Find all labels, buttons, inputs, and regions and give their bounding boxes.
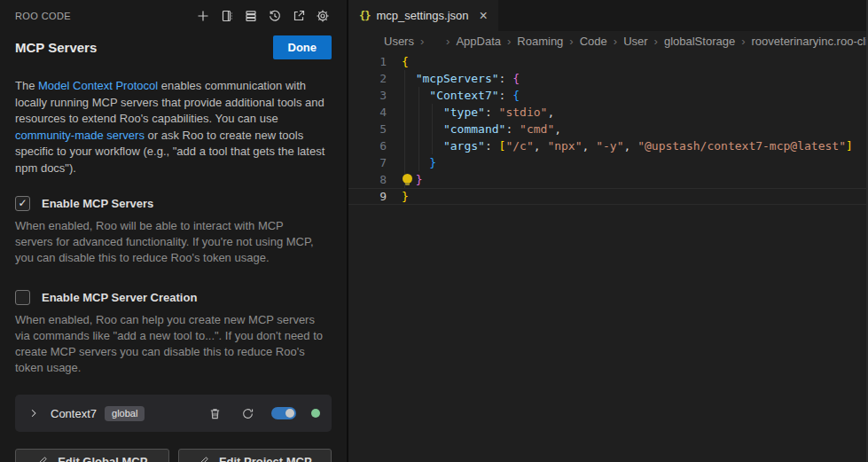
line-content: "args": ["/c", "npx", "-y", "@upstash/co… <box>402 137 853 154</box>
code-line-8[interactable]: 8 } <box>348 171 868 188</box>
line-number: 5 <box>348 121 387 137</box>
line-number: 3 <box>348 87 387 104</box>
line-content: { <box>402 53 409 70</box>
code-line-5[interactable]: 5 "command": "cmd", <box>348 121 868 137</box>
breadcrumb-item[interactable]: Code <box>580 35 607 48</box>
breadcrumb-chevron-icon: › <box>741 35 745 48</box>
line-number: 7 <box>348 154 387 171</box>
extension-title: ROO CODE <box>15 11 71 21</box>
edit-project-mcp-label: Edit Project MCP <box>219 455 312 462</box>
line-number: 4 <box>348 104 387 121</box>
footer-actions: Edit Global MCP Edit Project MCP <box>15 449 332 462</box>
pencil-icon <box>36 456 48 462</box>
chevron-right-icon <box>28 408 39 419</box>
done-button[interactable]: Done <box>273 35 332 59</box>
server-row-context7: Context7 global <box>15 395 332 432</box>
enable-mcp-servers-row[interactable]: ✓ Enable MCP Servers <box>15 196 332 211</box>
new-task-button[interactable] <box>194 7 212 25</box>
code-editor[interactable]: 1{2 "mcpServers": {3 "Context7": {4 "typ… <box>348 51 868 462</box>
toggle-knob <box>285 409 294 418</box>
page-header: MCP Servers Done <box>15 35 332 59</box>
edit-project-mcp-button[interactable]: Edit Project MCP <box>178 449 332 462</box>
line-number: 8 <box>348 171 387 188</box>
restart-server-button[interactable] <box>239 404 256 422</box>
line-content: "mcpServers": { <box>402 70 520 87</box>
line-content: "Context7": { <box>402 87 520 104</box>
line-number: 1 <box>348 53 387 70</box>
breadcrumb-item[interactable]: AppData <box>456 35 501 48</box>
gear-icon <box>316 9 330 23</box>
code-line-1[interactable]: 1{ <box>348 53 868 70</box>
code-line-4[interactable]: 4 "type": "stdio", <box>348 104 868 121</box>
breadcrumb-item[interactable]: rooveterinaryinc.roo-cli <box>752 35 868 48</box>
app-root: ROO CODE <box>0 0 868 462</box>
enable-mcp-creation-checkbox[interactable] <box>15 290 30 305</box>
server-status-dot <box>311 409 320 418</box>
line-content: "command": "cmd", <box>402 121 561 137</box>
settings-button[interactable] <box>314 7 332 25</box>
breadcrumb-chevron-icon: › <box>446 35 450 48</box>
breadcrumb-item[interactable]: User <box>623 35 647 48</box>
close-tab-icon[interactable]: × <box>480 10 488 22</box>
enable-mcp-servers-section: ✓ Enable MCP Servers When enabled, Roo w… <box>15 196 332 266</box>
open-in-editor-button[interactable] <box>290 7 308 25</box>
line-content: } <box>402 154 436 171</box>
breadcrumb-item[interactable]: globalStorage <box>664 35 735 48</box>
enable-mcp-servers-description: When enabled, Roo will be able to intera… <box>15 218 324 266</box>
intro-text-1: The <box>15 79 38 92</box>
community-made-servers-link[interactable]: community-made servers <box>15 129 145 142</box>
tab-bar: {} mcp_settings.json × <box>348 0 868 31</box>
enable-mcp-creation-description: When enabled, Roo can help you create ne… <box>15 312 324 376</box>
code-line-3[interactable]: 3 "Context7": { <box>348 87 868 104</box>
breadcrumb-chevron-icon: › <box>507 35 511 48</box>
edit-global-mcp-button[interactable]: Edit Global MCP <box>15 449 169 462</box>
breadcrumb-item[interactable]: Users <box>384 35 414 48</box>
enable-mcp-creation-section: Enable MCP Server Creation When enabled,… <box>15 290 332 376</box>
server-scope-badge: global <box>105 406 145 421</box>
panel-header: ROO CODE <box>15 0 332 23</box>
line-content: } <box>402 171 422 188</box>
refresh-icon <box>241 407 254 420</box>
code-line-9[interactable]: 9} <box>348 188 868 205</box>
trash-icon <box>208 407 222 420</box>
panel-toolbar <box>194 7 332 25</box>
notebook-icon <box>220 9 234 23</box>
edit-global-mcp-label: Edit Global MCP <box>58 455 147 462</box>
server-controls <box>206 404 320 422</box>
line-content: } <box>402 188 409 205</box>
tab-filename: mcp_settings.json <box>376 9 468 22</box>
line-content: "type": "stdio", <box>402 104 554 121</box>
intro-paragraph: The Model Context Protocol enables commu… <box>15 78 333 176</box>
enable-mcp-servers-checkbox[interactable]: ✓ <box>15 196 30 211</box>
line-number: 6 <box>348 137 387 154</box>
line-number: 9 <box>348 188 387 205</box>
popout-icon <box>292 9 306 23</box>
breadcrumb-item[interactable]: Roaming <box>517 35 563 48</box>
breadcrumb-chevron-icon: › <box>420 35 424 48</box>
breadcrumb: Users››AppData›Roaming›Code›User›globalS… <box>348 31 868 51</box>
enable-mcp-servers-label: Enable MCP Servers <box>42 197 153 210</box>
delete-server-button[interactable] <box>206 404 223 422</box>
code-line-2[interactable]: 2 "mcpServers": { <box>348 70 868 87</box>
code-line-7[interactable]: 7 } <box>348 154 868 171</box>
breadcrumb-chevron-icon: › <box>569 35 573 48</box>
mcp-servers-button[interactable] <box>242 7 260 25</box>
server-name: Context7 <box>51 407 97 420</box>
page-title: MCP Servers <box>15 40 97 55</box>
breadcrumb-chevron-icon: › <box>654 35 658 48</box>
history-button[interactable] <box>266 7 284 25</box>
editor-pane: {} mcp_settings.json × Users››AppData›Ro… <box>347 0 868 462</box>
lightbulb-icon[interactable] <box>403 174 412 184</box>
tab-mcp-settings[interactable]: {} mcp_settings.json × <box>348 0 498 31</box>
pencil-icon <box>198 456 209 462</box>
model-context-protocol-link[interactable]: Model Context Protocol <box>38 79 158 92</box>
enable-mcp-creation-label: Enable MCP Server Creation <box>42 291 197 304</box>
prompts-button[interactable] <box>218 7 236 25</box>
line-number: 2 <box>348 70 387 87</box>
expand-server-button[interactable] <box>27 406 41 420</box>
plus-icon <box>196 9 210 23</box>
breadcrumb-chevron-icon: › <box>614 35 617 48</box>
code-line-6[interactable]: 6 "args": ["/c", "npx", "-y", "@upstash/… <box>348 137 868 154</box>
enable-mcp-creation-row[interactable]: Enable MCP Server Creation <box>15 290 332 305</box>
server-enabled-toggle[interactable] <box>271 407 296 419</box>
